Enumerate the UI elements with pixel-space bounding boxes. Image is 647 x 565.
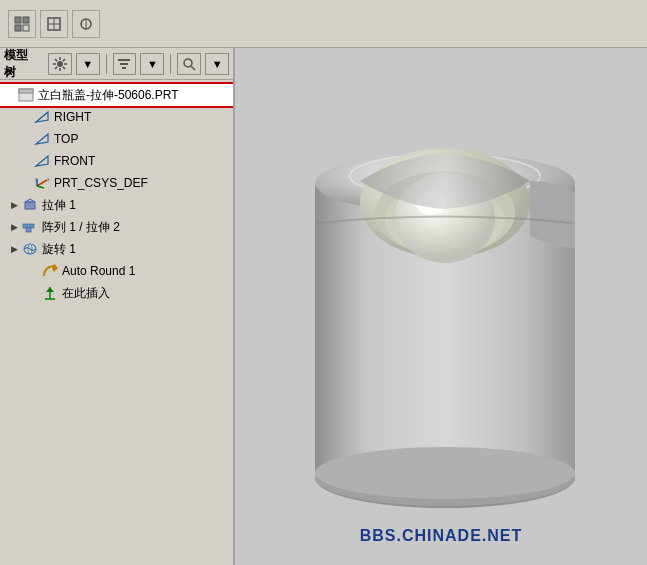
- toolbar-btn-3[interactable]: [72, 10, 100, 38]
- watermark: BBS.CHINADE.NET: [360, 527, 523, 545]
- svg-rect-11: [120, 63, 128, 65]
- tree-item-csys[interactable]: y x PRT_CSYS_DEF: [0, 172, 233, 194]
- tree-settings-btn[interactable]: [48, 53, 72, 75]
- insert-icon: [42, 285, 58, 301]
- tree-toolbar: 模型树 ▼ ▼: [0, 48, 233, 80]
- tree-item-autoround-label: Auto Round 1: [62, 264, 135, 278]
- left-panel: 模型树 ▼ ▼: [0, 48, 235, 565]
- model-3d-svg: [235, 48, 647, 565]
- right-panel[interactable]: BBS.CHINADE.NET: [235, 48, 647, 565]
- svg-rect-16: [19, 89, 33, 93]
- tree-content: 立白瓶盖-拉伸-50606.PRT RIGHT: [0, 80, 233, 565]
- tree-item-pattern[interactable]: ▶ ⋮ 阵列 1 / 拉伸 2: [0, 216, 233, 238]
- svg-rect-27: [26, 228, 31, 232]
- svg-marker-33: [46, 287, 54, 292]
- tree-item-top[interactable]: TOP: [0, 128, 233, 150]
- tree-item-root-label: 立白瓶盖-拉伸-50606.PRT: [38, 87, 178, 104]
- expand-arrow-top: [20, 133, 32, 145]
- expand-arrow-front: [20, 155, 32, 167]
- csys-icon: y x: [34, 175, 50, 191]
- viewport[interactable]: BBS.CHINADE.NET: [235, 48, 647, 565]
- plane-icon-front: [34, 153, 50, 169]
- svg-text:⋮: ⋮: [35, 225, 38, 232]
- tree-toolbar-label: 模型树: [4, 47, 40, 81]
- tree-item-front-label: FRONT: [54, 154, 95, 168]
- toolbar-btn-1[interactable]: [8, 10, 36, 38]
- svg-rect-25: [23, 224, 28, 228]
- svg-point-9: [57, 61, 63, 67]
- svg-rect-0: [15, 17, 21, 23]
- toolbar-btn-2[interactable]: [40, 10, 68, 38]
- plane-icon-right: [34, 109, 50, 125]
- expand-arrow-right: [20, 111, 32, 123]
- expand-arrow-insert: [28, 287, 40, 299]
- tree-item-extrude1[interactable]: ▶ 拉伸 1: [0, 194, 233, 216]
- pattern-icon: ⋮: [22, 219, 38, 235]
- tree-filter-dropdown-btn[interactable]: ▼: [140, 53, 164, 75]
- top-toolbar: [0, 0, 647, 48]
- svg-rect-23: [25, 202, 35, 209]
- tree-item-top-label: TOP: [54, 132, 78, 146]
- tree-search-btn[interactable]: [177, 53, 201, 75]
- tree-item-front[interactable]: FRONT: [0, 150, 233, 172]
- tree-filter-btn[interactable]: [113, 53, 137, 75]
- expand-arrow-root: [4, 89, 16, 101]
- tree-item-right-label: RIGHT: [54, 110, 91, 124]
- svg-rect-3: [23, 25, 29, 31]
- main-layout: 模型树 ▼ ▼: [0, 48, 647, 565]
- tree-item-insert[interactable]: 在此插入: [0, 282, 233, 304]
- plane-icon-top: [34, 131, 50, 147]
- svg-rect-12: [122, 67, 126, 69]
- autoround-icon: [42, 263, 58, 279]
- svg-point-13: [184, 59, 192, 67]
- tree-item-pattern-label: 阵列 1 / 拉伸 2: [42, 219, 120, 236]
- tree-item-csys-label: PRT_CSYS_DEF: [54, 176, 148, 190]
- svg-line-20: [37, 186, 44, 188]
- tree-separator-2: [170, 54, 171, 74]
- svg-rect-2: [15, 25, 21, 31]
- expand-arrow-extrude1[interactable]: ▶: [8, 199, 20, 211]
- tree-item-revolve[interactable]: ▶ 旋转 1: [0, 238, 233, 260]
- expand-arrow-pattern[interactable]: ▶: [8, 221, 20, 233]
- svg-marker-24: [25, 199, 35, 202]
- tree-item-right[interactable]: RIGHT: [0, 106, 233, 128]
- tree-item-extrude1-label: 拉伸 1: [42, 197, 76, 214]
- svg-point-44: [315, 447, 575, 499]
- svg-line-14: [191, 66, 195, 70]
- tree-item-insert-label: 在此插入: [62, 285, 110, 302]
- tree-item-revolve-label: 旋转 1: [42, 241, 76, 258]
- tree-separator-1: [106, 54, 107, 74]
- expand-arrow-csys: [20, 177, 32, 189]
- tree-item-autoround[interactable]: Auto Round 1: [0, 260, 233, 282]
- expand-arrow-autoround: [28, 265, 40, 277]
- tree-search-dropdown-btn[interactable]: ▼: [205, 53, 229, 75]
- tree-item-root[interactable]: 立白瓶盖-拉伸-50606.PRT: [0, 84, 233, 106]
- svg-line-18: [37, 180, 47, 186]
- svg-rect-1: [23, 17, 29, 23]
- expand-arrow-revolve[interactable]: ▶: [8, 243, 20, 255]
- svg-rect-10: [118, 59, 130, 61]
- root-icon: [18, 87, 34, 103]
- tree-dropdown-btn[interactable]: ▼: [76, 53, 100, 75]
- svg-rect-26: [29, 224, 34, 228]
- svg-text:x: x: [47, 176, 50, 182]
- revolve-icon: [22, 241, 38, 257]
- extrude-icon-1: [22, 197, 38, 213]
